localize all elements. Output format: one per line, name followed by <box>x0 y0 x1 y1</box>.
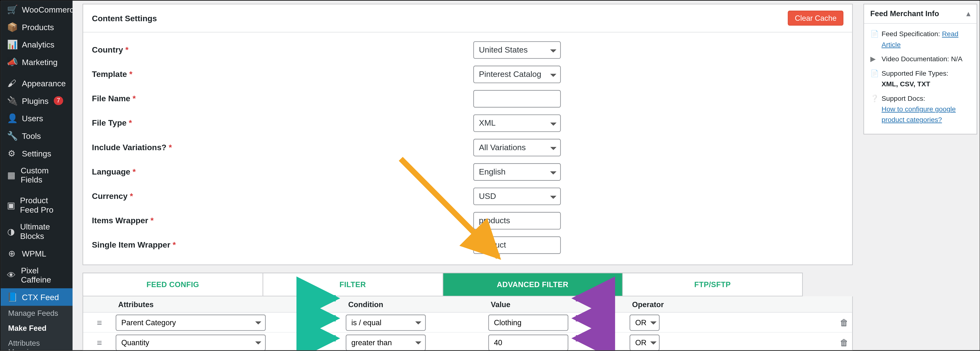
tab-advanced-filter[interactable]: ADVANCED FILTER <box>443 273 623 296</box>
menu-label: WooCommerce <box>22 5 78 14</box>
menu-label: Tools <box>22 131 41 140</box>
select-language[interactable]: English <box>473 163 561 180</box>
select-attribute[interactable]: Parent Category <box>116 314 266 330</box>
row-single_wrap: Single Item Wrapper * <box>92 233 843 257</box>
input-single_wrap[interactable] <box>473 236 561 254</box>
menu-icon: 📣 <box>7 57 17 67</box>
collapse-icon[interactable]: ▴ <box>967 10 970 18</box>
label-single_wrap: Single Item Wrapper * <box>92 240 473 249</box>
label-file_name: File Name * <box>92 94 473 103</box>
label-file_type: File Type * <box>92 118 473 128</box>
select-operator[interactable]: OR <box>630 314 660 330</box>
drag-handle-icon[interactable]: ≡ <box>83 317 116 327</box>
filetypes-label: Supported File Types: <box>882 68 948 79</box>
sidebar-item-users[interactable]: 👤Users <box>1 109 73 127</box>
sidebar-item-wpml[interactable]: ⊕WPML <box>1 244 73 262</box>
filter-row: ≡Parent Categoryis / equalOR🗑 <box>83 313 852 333</box>
sidebar-item-analytics[interactable]: 📊Analytics <box>1 36 73 53</box>
col-condition: Condition <box>346 300 488 309</box>
label-template: Template * <box>92 69 473 79</box>
menu-label: Ultimate Blocks <box>20 222 66 241</box>
menu-icon: 📊 <box>7 39 17 49</box>
menu-icon: ▣ <box>7 200 15 210</box>
video-value: N/A <box>951 55 963 63</box>
menu-icon: ◑ <box>7 227 15 236</box>
row-language: Language *English <box>92 160 843 184</box>
input-items_wrap[interactable] <box>473 212 561 229</box>
label-currency: Currency * <box>92 191 473 201</box>
col-value: Value <box>488 300 630 309</box>
select-condition[interactable]: greater than <box>346 334 426 350</box>
menu-icon: 🔌 <box>7 96 17 106</box>
menu-icon: 👤 <box>7 113 17 123</box>
delete-icon[interactable]: 🗑 <box>724 337 853 348</box>
menu-label: Appearance <box>22 78 66 88</box>
select-condition[interactable]: is / equal <box>346 314 426 330</box>
submenu-make-feed[interactable]: Make Feed <box>1 321 73 336</box>
advanced-filter-table: Attributes Condition Value Operator ≡Par… <box>83 297 853 350</box>
sidebar-item-product-feed-pro[interactable]: ▣Product Feed Pro <box>1 192 73 218</box>
select-template[interactable]: Pinterest Catalog <box>473 65 561 83</box>
sidebar-item-products[interactable]: 📦Products <box>1 18 73 36</box>
sidebar-item-woocommerce[interactable]: 🛒WooCommerce <box>1 1 73 18</box>
row-file_name: File Name * <box>92 86 843 111</box>
label-language: Language * <box>92 167 473 177</box>
input-value[interactable] <box>488 314 568 330</box>
select-currency[interactable]: USD <box>473 187 561 205</box>
filter-header-row: Attributes Condition Value Operator <box>83 297 852 313</box>
input-value[interactable] <box>488 334 568 350</box>
sidebar-item-plugins[interactable]: 🔌Plugins 7 <box>1 92 73 109</box>
sidebar-item-pixel-caffeine[interactable]: 👁Pixel Caffeine <box>1 262 73 288</box>
clear-cache-button[interactable]: Clear Cache <box>788 11 843 26</box>
select-country[interactable]: United States <box>473 41 561 59</box>
menu-icon: 🛒 <box>7 4 17 14</box>
menu-label: Analytics <box>22 40 54 49</box>
support-link[interactable]: How to configure google product categori… <box>882 105 956 123</box>
row-file_type: File Type *XML <box>92 111 843 135</box>
video-icon: ▶ <box>870 54 878 64</box>
tab-ftp-sftp[interactable]: FTP/SFTP <box>623 273 802 296</box>
select-attribute[interactable]: Quantity <box>116 334 266 350</box>
row-template: Template *Pinterest Catalog <box>92 62 843 86</box>
sidebar-item-ctx-feed[interactable]: 📘CTX Feed <box>1 288 73 306</box>
update-badge: 7 <box>54 96 63 105</box>
row-currency: Currency *USD <box>92 184 843 208</box>
sidebar-item-marketing[interactable]: 📣Marketing <box>1 53 73 71</box>
tab-filter[interactable]: FILTER <box>263 273 443 296</box>
menu-label: CTX Feed <box>22 292 59 302</box>
sidebar-item-custom-fields[interactable]: ▦Custom Fields <box>1 162 73 188</box>
row-variations: Include Variations? *All Variations <box>92 135 843 160</box>
label-variations: Include Variations? * <box>92 142 473 152</box>
wp-admin-sidebar: 🛒WooCommerce📦Products📊Analytics📣Marketin… <box>1 1 73 350</box>
feed-tabs: FEED CONFIGFILTERADVANCED FILTERFTP/SFTP <box>83 273 803 297</box>
menu-icon: 🖌 <box>7 78 17 88</box>
input-file_name[interactable] <box>473 90 561 107</box>
select-file_type[interactable]: XML <box>473 114 561 132</box>
menu-icon: 👁 <box>7 270 16 280</box>
doc-icon: 📄 <box>870 29 878 50</box>
content-settings-panel: Content Settings Clear Cache Country *Un… <box>83 4 853 265</box>
sidebar-item-tools[interactable]: 🔧Tools <box>1 127 73 145</box>
select-variations[interactable]: All Variations <box>473 139 561 156</box>
sidebar-item-settings[interactable]: ⚙Settings <box>1 144 73 162</box>
sidebar-item-appearance[interactable]: 🖌Appearance <box>1 75 73 92</box>
delete-icon[interactable]: 🗑 <box>724 317 853 327</box>
tab-feed-config[interactable]: FEED CONFIG <box>83 273 263 296</box>
drag-handle-icon[interactable]: ≡ <box>83 337 116 348</box>
feed-merchant-info-panel: Feed Merchant Info ▴ 📄 Feed Specificatio… <box>863 4 977 135</box>
infobox-title: Feed Merchant Info <box>870 10 939 18</box>
select-operator[interactable]: OR <box>630 334 660 350</box>
sidebar-item-ultimate-blocks[interactable]: ◑Ultimate Blocks <box>1 218 73 244</box>
label-country: Country * <box>92 45 473 54</box>
submenu-manage-feeds[interactable]: Manage Feeds <box>1 306 73 321</box>
main-content: Content Settings Clear Cache Country *Un… <box>73 1 980 350</box>
filetypes-icon: 📄 <box>870 68 878 89</box>
menu-icon: ▦ <box>7 170 16 180</box>
menu-label: WPML <box>22 249 46 258</box>
filter-row: ≡Quantitygreater thanOR🗑 <box>83 333 852 350</box>
filetypes-value: XML, CSV, TXT <box>882 79 948 89</box>
menu-label: Pixel Caffeine <box>21 266 66 284</box>
menu-label: Products <box>22 22 54 32</box>
menu-label: Product Feed Pro <box>20 196 66 215</box>
submenu-attributes-mapping[interactable]: Attributes Mapping <box>1 336 73 351</box>
